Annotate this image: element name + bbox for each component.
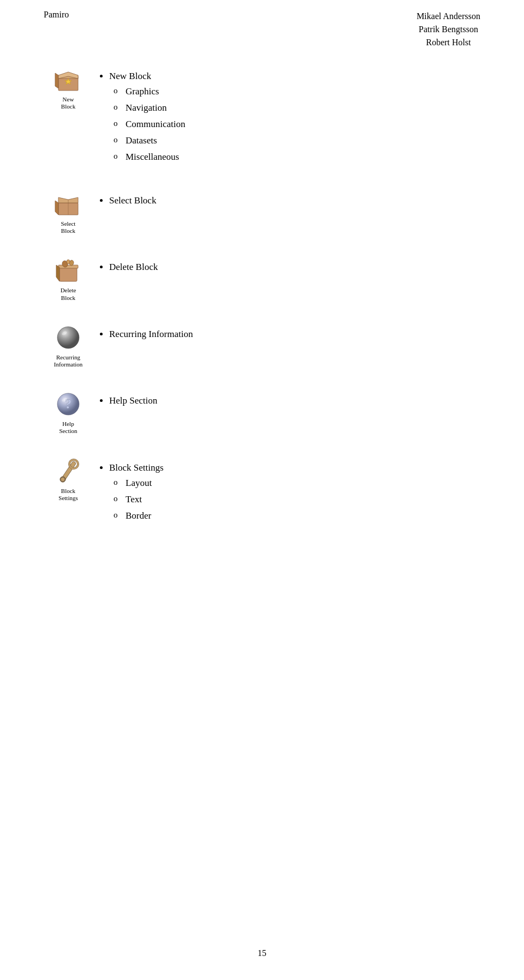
sub-graphics: Graphics: [126, 86, 480, 97]
section-new-block: NewBlock New Block Graphics Navigation C…: [44, 65, 480, 168]
svg-rect-9: [59, 267, 77, 281]
select-block-icon-col: SelectBlock: [44, 190, 93, 235]
svg-rect-10: [58, 265, 78, 268]
block-settings-icon: [54, 457, 82, 485]
sub-text: Text: [126, 494, 480, 505]
author-line3: Robert Holst: [416, 36, 480, 49]
delete-block-icon-col: DeleteBlock: [44, 256, 93, 301]
select-block-bullet: Select Block: [109, 195, 480, 206]
sub-datasets: Datasets: [126, 135, 480, 146]
section-recurring-info: RecurringInformation Recurring Informati…: [44, 323, 480, 368]
header-right: Mikael Andersson Patrik Bengtsson Robert…: [416, 10, 480, 49]
svg-point-15: [57, 327, 79, 348]
recurring-info-bullet: Recurring Information: [109, 329, 480, 340]
help-section-label: HelpSection: [59, 420, 78, 435]
select-block-label: SelectBlock: [61, 220, 76, 235]
recurring-info-icon-col: RecurringInformation: [44, 323, 93, 368]
svg-point-25: [61, 478, 64, 481]
page-header: Pamiro Mikael Andersson Patrik Bengtsson…: [0, 0, 524, 55]
recurring-info-label: RecurringInformation: [54, 354, 83, 368]
author-line2: Patrik Bengtsson: [416, 23, 480, 36]
svg-marker-2: [55, 73, 58, 88]
sub-border: Border: [126, 510, 480, 521]
sub-layout: Layout: [126, 478, 480, 489]
section-select-block: SelectBlock Select Block: [44, 190, 480, 235]
section-block-settings: BlockSettings Block Settings Layout Text…: [44, 457, 480, 527]
new-block-icon-col: NewBlock: [44, 65, 93, 110]
block-settings-label: BlockSettings: [58, 488, 78, 502]
help-section-icon: ?: [54, 390, 82, 418]
author-line1: Mikael Andersson: [416, 10, 480, 23]
help-section-text: Help Section: [93, 390, 480, 410]
select-block-text: Select Block: [93, 190, 480, 209]
page-number: 15: [258, 948, 266, 958]
block-settings-text: Block Settings Layout Text Border: [93, 457, 480, 527]
new-block-icon: [54, 65, 82, 94]
help-section-icon-col: ? HelpSection: [44, 390, 93, 435]
recurring-info-icon: [54, 323, 82, 352]
delete-block-bullet: Delete Block: [109, 262, 480, 273]
delete-block-text: Delete Block: [93, 256, 480, 276]
delete-block-label: DeleteBlock: [61, 287, 76, 301]
select-block-icon: [54, 190, 82, 218]
sub-navigation: Navigation: [126, 103, 480, 113]
main-content: NewBlock New Block Graphics Navigation C…: [0, 55, 524, 581]
help-section-bullet: Help Section: [109, 395, 480, 406]
new-block-bullet: New Block Graphics Navigation Communicat…: [109, 71, 480, 163]
recurring-info-text: Recurring Information: [93, 323, 480, 343]
header-left: Pamiro: [44, 10, 69, 49]
sub-communication: Communication: [126, 119, 480, 130]
block-settings-icon-col: BlockSettings: [44, 457, 93, 502]
section-help: ? HelpSection Help Section: [44, 390, 480, 435]
page-footer: 15: [0, 937, 524, 969]
svg-point-13: [67, 260, 70, 264]
section-delete-block: DeleteBlock Delete Block: [44, 256, 480, 301]
delete-block-icon: [54, 256, 82, 285]
sub-miscellaneous: Miscellaneous: [126, 152, 480, 163]
svg-marker-14: [56, 265, 59, 281]
svg-marker-7: [55, 201, 58, 215]
block-settings-bullet: Block Settings Layout Text Border: [109, 462, 480, 521]
new-block-label: NewBlock: [61, 96, 75, 110]
new-block-text: New Block Graphics Navigation Communicat…: [93, 65, 480, 168]
